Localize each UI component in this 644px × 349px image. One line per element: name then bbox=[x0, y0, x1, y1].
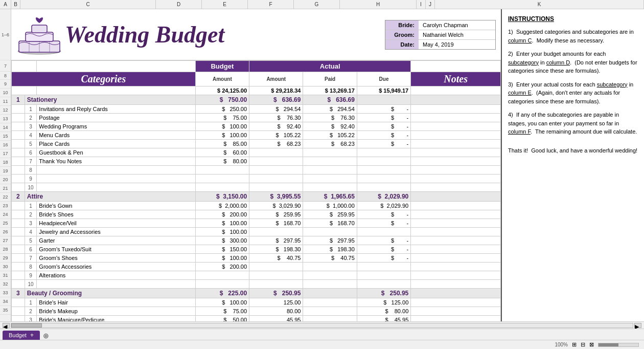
col-header-d: D bbox=[156, 0, 202, 9]
empty-row-20: 10 bbox=[12, 183, 501, 192]
wedding-budget-title: Wedding Budget bbox=[65, 21, 380, 48]
cat-2-budget: $ 3,150.00 bbox=[195, 192, 249, 202]
categories-header-cell: Categories bbox=[12, 72, 196, 86]
budget-table: Budget Actual Categories Amount Amount bbox=[11, 60, 501, 321]
i1-notes[interactable] bbox=[411, 105, 501, 114]
tab-bar: Budget + ⊕ bbox=[0, 329, 644, 340]
item-thank-you: 7 Thank You Notes $ 80.00 bbox=[12, 157, 501, 166]
item-garter: 5 Garter $ 300.00 $ 297.95 $ 297.95 $ - bbox=[12, 236, 501, 245]
left-panel: Wedding Budget Bride: Carolyn Chapman Gr… bbox=[11, 9, 501, 321]
budget-header: Budget bbox=[195, 61, 249, 72]
bride-groom-box: Bride: Carolyn Chapman Groom: Nathaniel … bbox=[385, 20, 496, 50]
notes-label: Notes bbox=[444, 73, 468, 84]
paid-header: Paid bbox=[303, 72, 357, 86]
spreadsheet-container: A B C D E F G H I J K 1–6 7 8 9 10 11 12… bbox=[0, 0, 644, 349]
instruction-1: 1) Suggested categories and subcategorie… bbox=[508, 28, 638, 45]
groom-value[interactable]: Nathaniel Welch bbox=[419, 30, 495, 39]
item-programs: 3 Wedding Programs $ 100.00 $ 92.40 $ 92… bbox=[12, 122, 501, 131]
status-bar: 100% ⊞ ⊟ ⊠ bbox=[0, 340, 644, 349]
cat-2-notes bbox=[411, 192, 501, 202]
horizontal-scrollbar[interactable] bbox=[11, 323, 633, 328]
cat-2-name: Attire bbox=[25, 192, 195, 202]
instruction-2: 2) Enter your budget amounts for each su… bbox=[508, 50, 638, 75]
instructions-panel: INSTRUCTIONS 1) Suggested categories and… bbox=[501, 9, 644, 321]
zoom-label: 100% bbox=[555, 342, 568, 347]
item-place-cards: 5 Place Cards $ 85.00 $ 68.23 $ 68.23 $ … bbox=[12, 140, 501, 148]
place-cards-name[interactable]: Place Cards bbox=[37, 140, 195, 148]
cat-3-budget: $ 225.00 bbox=[195, 289, 249, 298]
i1-due[interactable]: $ - bbox=[357, 105, 410, 114]
totals-row: $ 24,125.00 $ 29,218.34 $ 13,269.17 $ 15… bbox=[12, 86, 501, 95]
cat-2-num: 2 bbox=[12, 192, 25, 202]
date-label: Date: bbox=[385, 40, 419, 49]
i1-budget[interactable]: $ 250.00 bbox=[195, 105, 249, 114]
col-ref-d: column D bbox=[546, 59, 570, 66]
scroll-thumb[interactable] bbox=[11, 323, 42, 328]
zoom-slider[interactable] bbox=[598, 343, 639, 347]
item-grooms-tuxedo: 6 Groom's Tuxedo/Suit $ 150.00 $ 198.30 … bbox=[12, 245, 501, 254]
thank-you-name[interactable]: Thank You Notes bbox=[37, 157, 195, 166]
i1-name[interactable]: Invitations and Reply Cards bbox=[37, 105, 195, 114]
actual-header: Actual bbox=[249, 61, 411, 72]
guestbook-name[interactable]: Guestbook & Pen bbox=[37, 148, 195, 157]
col-ref-c: column C bbox=[508, 37, 532, 43]
date-value[interactable]: May 4, 2019 bbox=[419, 40, 495, 49]
programs-name[interactable]: Wedding Programs bbox=[37, 122, 195, 131]
totals-empty bbox=[12, 86, 37, 95]
i1-num: 1 bbox=[25, 105, 37, 114]
bride-label: Bride: bbox=[385, 20, 419, 30]
main-area: 1–6 7 8 9 10 11 12 13 14 15 16 17 18 19 … bbox=[0, 9, 644, 321]
scroll-right-btn[interactable]: ▶ bbox=[634, 323, 641, 328]
totals-notes bbox=[411, 86, 501, 95]
cat-2-paid: $ 1,965.65 bbox=[303, 192, 357, 202]
empty-th-3 bbox=[411, 61, 501, 72]
budget-amount-header: Amount bbox=[195, 72, 249, 86]
cat-3-paid bbox=[303, 289, 357, 298]
date-row: Date: May 4, 2019 bbox=[385, 40, 495, 49]
empty-row-19: 9 bbox=[12, 174, 501, 183]
instruction-3: 3) Enter your actual costs for each subc… bbox=[508, 80, 638, 106]
total-actual: $ 29,218.34 bbox=[249, 86, 303, 95]
item-brides-shoes: 2 Bride's Shoes $ 200.00 $ 259.95 $ 259.… bbox=[12, 210, 501, 219]
item-jewelry: 4 Jewelry and Accessories $ 100.00 bbox=[12, 228, 501, 236]
svg-rect-3 bbox=[32, 25, 47, 33]
instructions-title: INSTRUCTIONS bbox=[508, 15, 638, 23]
sheet-content: Wedding Budget Bride: Carolyn Chapman Gr… bbox=[11, 9, 644, 321]
col-ref-e: column E bbox=[508, 90, 532, 96]
col-header-e: E bbox=[202, 0, 248, 9]
budget-tab-label: Budget bbox=[9, 332, 27, 338]
empty-th-1 bbox=[12, 61, 37, 72]
col-header-h: H bbox=[340, 0, 417, 9]
category-attire-row: 2 Attire $ 3,150.00 $ 3,995.55 $ 1,965.6… bbox=[12, 192, 501, 202]
postage-name[interactable]: Postage bbox=[37, 114, 195, 122]
col-header-k: K bbox=[435, 0, 644, 9]
budget-tab[interactable]: Budget + bbox=[3, 331, 40, 340]
col-header-g: G bbox=[294, 0, 340, 9]
item-headpiece: 3 Headpiece/Veil $ 100.00 $ 168.70 $ 168… bbox=[12, 219, 501, 228]
cat-1-notes bbox=[411, 95, 501, 105]
view-normal-icon[interactable]: ⊞ bbox=[572, 341, 577, 348]
cat-1-num: 1 bbox=[12, 95, 25, 105]
view-page-icon[interactable]: ⊠ bbox=[589, 341, 594, 348]
scroll-left-btn[interactable]: ◀ bbox=[3, 323, 10, 328]
i1-paid[interactable]: $ 294.54 bbox=[303, 105, 357, 114]
groom-row: Groom: Nathaniel Welch bbox=[385, 30, 495, 40]
total-paid: $ 13,269.17 bbox=[303, 86, 357, 95]
add-sheet-icon[interactable]: + bbox=[30, 332, 34, 339]
item-brides-manicure: 3 Bride's Manicure/Pedicure $ 50.00 45.9… bbox=[12, 316, 501, 322]
item-menu-cards: 4 Menu Cards $ 100.00 $ 105.22 $ 105.22 … bbox=[12, 131, 501, 140]
i1-actual[interactable]: $ 294.54 bbox=[249, 105, 303, 114]
bride-value[interactable]: Carolyn Chapman bbox=[419, 20, 495, 30]
menu-cards-name[interactable]: Menu Cards bbox=[37, 131, 195, 140]
due-header: Due bbox=[357, 72, 410, 86]
item-invitations: 1 Invitations and Reply Cards $ 250.00 $… bbox=[12, 105, 501, 114]
row-numbers: 1–6 7 8 9 10 11 12 13 14 15 16 17 18 19 … bbox=[0, 9, 11, 321]
bride-row: Bride: Carolyn Chapman bbox=[385, 20, 495, 30]
view-layout-icon[interactable]: ⊟ bbox=[581, 341, 585, 348]
instruction-4: 4) If any of the subcategories are payab… bbox=[508, 111, 638, 136]
actual-amount-header: Amount bbox=[249, 72, 303, 86]
totals-label bbox=[37, 86, 195, 95]
add-sheet-btn[interactable]: ⊕ bbox=[43, 332, 49, 340]
header-section: Wedding Budget Bride: Carolyn Chapman Gr… bbox=[11, 9, 501, 60]
scrollbar-area[interactable]: ◀ ▶ bbox=[0, 321, 644, 329]
